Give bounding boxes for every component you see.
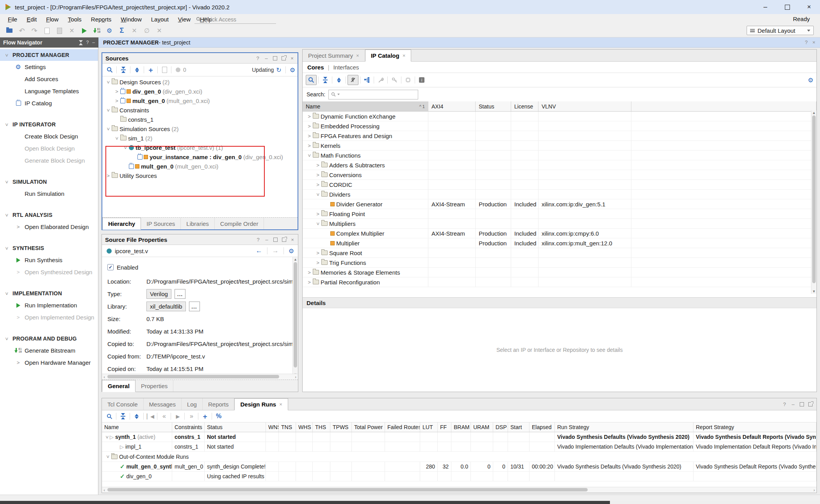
runs-column-name[interactable]: Name	[102, 422, 172, 432]
help-icon[interactable]: ?	[86, 40, 89, 45]
tree-row-constrs-1[interactable]: >constrs_1	[102, 115, 298, 124]
expander-icon[interactable]: >	[105, 126, 111, 131]
expander-icon[interactable]: >	[307, 114, 312, 119]
quick-access-search[interactable]: Quick Access	[194, 15, 276, 24]
license-button[interactable]	[389, 75, 399, 85]
runs-row-mult-gen-0-synth-1[interactable]: >✓mult_gen_0_synth_1mult_gen_0synth_desi…	[102, 462, 816, 472]
field-value-box[interactable]: xil_defaultlib	[146, 302, 186, 311]
tab-compile-order[interactable]: Compile Order	[215, 218, 264, 229]
expander-icon[interactable]: >	[315, 221, 321, 226]
menu-flow[interactable]: Flow	[41, 16, 63, 23]
expander-icon[interactable]: >	[307, 279, 312, 285]
close-icon[interactable]: ×	[403, 53, 406, 59]
bottom-tab-messages[interactable]: Messages	[144, 398, 182, 410]
flownav-header-rtl-analysis[interactable]: >RTL ANALYSIS	[0, 209, 98, 221]
sfp-panel-header[interactable]: Source File Properties ? – ×	[102, 234, 298, 245]
flownav-header-project-manager[interactable]: >PROJECT MANAGER	[0, 49, 98, 61]
search-button[interactable]	[105, 65, 115, 75]
flownav-item-settings[interactable]: ⚙Settings	[0, 61, 98, 73]
expander-icon[interactable]: >	[114, 89, 119, 94]
messages-badge[interactable]	[173, 65, 183, 75]
column-header-vlnv[interactable]: VLNV	[538, 101, 631, 111]
float-icon[interactable]	[808, 401, 813, 407]
ip-row-complex-multiplier[interactable]: >Complex MultiplierAXI4-StreamProduction…	[303, 229, 816, 238]
generate-bitstream-button[interactable]: 0110	[91, 26, 102, 36]
tab-interfaces[interactable]: Interfaces	[333, 64, 359, 71]
runs-column-failed-routes[interactable]: Failed Routes	[385, 422, 420, 432]
runs-column-bram[interactable]: BRAM	[451, 422, 471, 432]
float-icon[interactable]	[281, 55, 286, 61]
maximize-icon[interactable]	[799, 401, 804, 407]
expand-all-button[interactable]	[334, 75, 344, 85]
ip-row-kernels[interactable]: >Kernels	[303, 141, 816, 151]
runs-column-start[interactable]: Start	[508, 422, 529, 432]
file-info-button[interactable]	[159, 65, 169, 75]
flownav-item-add-sources[interactable]: Add Sources	[0, 73, 98, 85]
back-arrow-icon[interactable]: ←	[256, 247, 262, 255]
expander-icon[interactable]: >	[16, 224, 21, 230]
pin-filter-button[interactable]	[348, 75, 358, 85]
expander-icon[interactable]: >	[104, 434, 110, 440]
expander-icon[interactable]: >	[16, 269, 21, 275]
runs-column-wns[interactable]: WNS	[266, 422, 279, 432]
expander-icon[interactable]: >	[4, 179, 10, 185]
runs-column-tpws[interactable]: TPWS	[330, 422, 352, 432]
minimize-icon[interactable]: –	[791, 401, 795, 407]
ip-vertical-scrollbar[interactable]: ▲ ▼	[811, 110, 816, 294]
runs-column-run-strategy[interactable]: Run Strategy	[555, 422, 693, 432]
close-icon[interactable]: ×	[290, 237, 295, 242]
bottom-tab-reports[interactable]: Reports	[203, 398, 235, 410]
tree-row-sim-1[interactable]: >sim_1 (2)	[102, 133, 298, 143]
maximize-button[interactable]	[776, 0, 798, 14]
flownav-header-simulation[interactable]: >SIMULATION	[0, 176, 98, 188]
expander-icon[interactable]: >	[315, 172, 321, 178]
report-sigma-button[interactable]: Σ	[116, 26, 127, 36]
runs-horizontal-scrollbar[interactable]: ‹ ›	[102, 487, 816, 493]
expander-icon[interactable]: >	[4, 245, 10, 251]
group-by-button[interactable]	[362, 75, 372, 85]
undo-button[interactable]: ↶	[16, 26, 27, 36]
tree-row-mult-gen-0[interactable]: >mult_gen_0 (mult_gen_0.xci)	[102, 96, 298, 105]
collapse-all-button[interactable]	[320, 75, 330, 85]
expander-icon[interactable]: >	[105, 107, 111, 113]
ip-row-multiplier[interactable]: >MultiplierProductionIncludedxilinx.com:…	[303, 238, 816, 248]
runs-column-whs[interactable]: WHS	[296, 422, 313, 432]
expander-icon[interactable]: >	[4, 52, 10, 58]
menu-view[interactable]: View	[173, 16, 195, 23]
doc-tab-ip-catalog[interactable]: IP Catalog×	[365, 50, 412, 62]
expander-icon[interactable]: >	[4, 122, 10, 127]
flownav-item-open-synthesized-design[interactable]: >Open Synthesized Design	[0, 266, 98, 278]
expander-icon[interactable]: >	[16, 314, 21, 320]
doc-tab-project-summary[interactable]: Project Summary×	[303, 50, 365, 61]
help-icon[interactable]: ?	[256, 237, 260, 242]
runs-column-tns[interactable]: TNS	[279, 422, 296, 432]
search-input[interactable]	[328, 90, 418, 99]
maximize-icon[interactable]	[273, 237, 278, 242]
expander-icon[interactable]: >	[315, 192, 321, 197]
field-value-box[interactable]: Verilog	[146, 289, 171, 299]
tab-libraries[interactable]: Libraries	[181, 218, 215, 229]
expander-icon[interactable]: >	[307, 133, 312, 139]
expander-icon[interactable]: >	[105, 79, 111, 85]
percent-button[interactable]: %	[214, 412, 224, 421]
expander-icon[interactable]: >	[315, 211, 321, 217]
expander-icon[interactable]: >	[307, 143, 312, 149]
ellipsis-button[interactable]: …	[189, 302, 200, 311]
close-button[interactable]: ×	[798, 0, 820, 14]
run-button[interactable]	[79, 26, 90, 36]
collapse-all-icon[interactable]	[79, 40, 83, 45]
sources-panel-header[interactable]: Sources ? – ×	[102, 53, 298, 64]
maximize-icon[interactable]	[273, 55, 277, 61]
column-header-status[interactable]: Status	[476, 101, 511, 111]
ip-row-divider-generator[interactable]: >Divider GeneratorAXI4-StreamProductionI…	[303, 199, 816, 209]
no-edit-button[interactable]: ∅	[141, 26, 152, 36]
flownav-item-ip-catalog[interactable]: IP Catalog	[0, 97, 98, 109]
flownav-item-generate-bitstream[interactable]: 0110Generate Bitstream	[0, 344, 98, 357]
ip-row-math-functions[interactable]: >Math Functions	[303, 151, 816, 160]
menu-layout[interactable]: Layout	[146, 16, 173, 23]
minimize-icon[interactable]: –	[92, 40, 95, 45]
menu-reports[interactable]: Reports	[86, 16, 116, 23]
minimize-icon[interactable]: –	[264, 55, 269, 61]
flownav-header-implementation[interactable]: >IMPLEMENTATION	[0, 287, 98, 299]
customize-ip-button[interactable]	[376, 75, 386, 85]
